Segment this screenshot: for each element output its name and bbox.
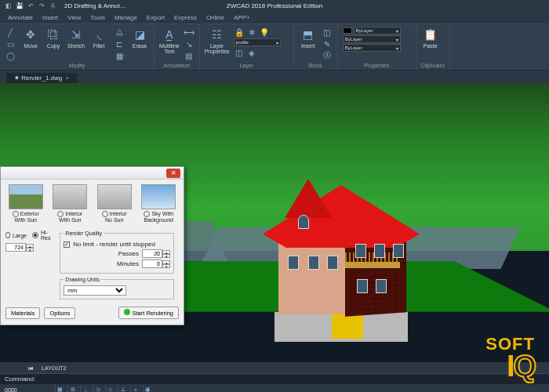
drawing-units-group: Drawing Units mm [60, 277, 174, 299]
rect-icon[interactable]: ▭ [5, 38, 16, 49]
command-line[interactable]: Command: [0, 373, 549, 384]
erase-button[interactable]: ◪Erase [130, 27, 149, 49]
layout-nav-first-icon[interactable]: ⏮ [28, 365, 34, 371]
linetype-combo[interactable]: ByLayer▾ [343, 44, 401, 52]
copy-button[interactable]: ⿻Copy [44, 27, 63, 49]
table-icon[interactable]: ▤ [184, 50, 195, 61]
size-input[interactable] [5, 243, 26, 252]
preset-exterior-sun[interactable]: Exterior With Sun [7, 184, 45, 223]
spin-down-icon[interactable]: ▾ [26, 248, 34, 252]
dialog-button-row: Materials Options Start Rendering [1, 303, 184, 325]
offset-icon[interactable]: ⊏ [114, 38, 125, 49]
layermatch-icon[interactable]: ◈ [246, 47, 257, 58]
polar-toggle-icon[interactable]: ◷ [93, 385, 102, 392]
layer-combo[interactable]: profile▾ [234, 38, 281, 46]
ribbon-group-annotation: A̲Multiline Text ⟷ ↘ ▤ Annotation [155, 24, 200, 70]
chevron-down-icon: ▾ [396, 28, 398, 34]
ortho-toggle-icon[interactable]: ⟂ [80, 385, 89, 392]
edit-block-icon[interactable]: ✎ [322, 38, 333, 49]
size-spinner[interactable]: ▴▾ [5, 243, 34, 252]
osnap-toggle-icon[interactable]: ◇ [105, 385, 115, 392]
chevron-down-icon: ▾ [396, 45, 398, 51]
menu-tools[interactable]: Tools [90, 14, 105, 21]
minutes-spinner[interactable]: ▴▾ [142, 260, 170, 268]
redo-icon[interactable]: ↷ [38, 2, 45, 9]
snap-toggle-icon[interactable]: ▦ [55, 385, 64, 392]
freeze-icon[interactable]: ❄ [246, 27, 257, 38]
fillet-button[interactable]: ◟Fillet [89, 27, 108, 49]
materials-button[interactable]: Materials [5, 307, 40, 319]
passes-spinner[interactable]: ▴▾ [142, 249, 170, 258]
menu-annotate[interactable]: Annotate [8, 14, 33, 21]
otrack-toggle-icon[interactable]: ∠ [118, 385, 127, 392]
spin-down-icon[interactable]: ▾ [162, 254, 170, 258]
fillet-icon: ◟ [91, 27, 107, 42]
grid-toggle-icon[interactable]: ⊞ [67, 385, 77, 392]
preset-interior-nosun[interactable]: Interior No Sun [96, 184, 133, 223]
document-tab[interactable]: ✷ Render_1.dwg × [6, 73, 77, 83]
create-block-icon[interactable]: ◫ [322, 27, 333, 38]
units-select[interactable]: mm [64, 285, 126, 296]
close-doc-icon[interactable]: × [65, 74, 69, 82]
thumbnail-image [141, 184, 176, 209]
options-button[interactable]: Options [44, 307, 75, 319]
menu-insert[interactable]: Insert [42, 14, 58, 21]
dialog-close-button[interactable]: ✕ [166, 169, 180, 178]
circle-icon[interactable]: ◯ [5, 50, 16, 61]
checkbox-icon: ✓ [64, 241, 70, 248]
undo-icon[interactable]: ↶ [27, 2, 35, 9]
radio-icon [102, 211, 108, 217]
status-bar: 0000 ▦ ⊞ ⟂ ◷ ◇ ∠ ≡ ▣ [0, 384, 549, 392]
layer-properties-button[interactable]: ☷Layer Properties [205, 27, 230, 54]
menu-express[interactable]: Express [174, 14, 197, 21]
attr-icon[interactable]: Ⓐ [322, 50, 333, 61]
erase-icon: ◪ [132, 27, 147, 42]
viewport-3d[interactable]: ✕ Exterior With Sun Interior With Sun In… [0, 83, 549, 362]
preset-interior-sun[interactable]: Interior With Sun [51, 184, 89, 223]
menu-app-plus[interactable]: APP+ [234, 14, 250, 21]
save-icon[interactable]: 💾 [16, 2, 24, 9]
line-icon[interactable]: ╱ [5, 27, 16, 38]
radio-icon [32, 232, 38, 238]
layeriso-icon[interactable]: ◫ [234, 47, 245, 58]
size-large-radio[interactable]: LargeHi-Res [5, 230, 52, 241]
stretch-button[interactable]: ⇲Stretch [67, 27, 85, 49]
mtext-button[interactable]: A̲Multiline Text [159, 27, 180, 54]
array-icon[interactable]: ▦ [114, 50, 125, 61]
passes-input[interactable] [142, 249, 162, 258]
app-menu-icon[interactable]: ◧ [5, 2, 13, 9]
preset-sky-bg[interactable]: Sky With Background [140, 184, 177, 223]
minutes-input[interactable] [142, 260, 162, 268]
model-toggle-icon[interactable]: ▣ [143, 385, 152, 392]
nolimit-checkbox[interactable]: ✓No limit - render until stopped [64, 241, 170, 248]
layers-icon: ☷ [209, 27, 225, 42]
thumbnail-image [9, 184, 43, 209]
group-label-properties: Properties [343, 63, 411, 68]
dialog-titlebar[interactable]: ✕ [1, 167, 184, 180]
radio-icon [13, 211, 19, 217]
menu-view[interactable]: View [67, 14, 81, 21]
ribbon: ╱ ▭ ◯ ✥Move ⿻Copy ⇲Stretch ◟Fillet ⧋ ⊏ ▦… [0, 24, 549, 71]
workspace-switcher[interactable]: 2D Drafting & Annot… [64, 2, 126, 9]
menu-manage[interactable]: Manage [115, 14, 137, 21]
lock-icon[interactable]: 🔒 [234, 27, 245, 38]
thumbnail-image [97, 184, 132, 209]
layout-tab[interactable]: LAYOUT2 [42, 365, 66, 371]
chevron-down-icon: ▾ [276, 40, 278, 45]
spin-down-icon[interactable]: ▾ [162, 264, 170, 268]
leader-icon[interactable]: ↘ [184, 38, 195, 49]
menu-export[interactable]: Export [147, 14, 165, 21]
mirror-icon[interactable]: ⧋ [114, 27, 125, 38]
insert-block-button[interactable]: ⬒Insert [299, 27, 318, 49]
paste-button[interactable]: 📋Paste [421, 27, 440, 49]
plot-icon[interactable]: ⎙ [49, 2, 56, 9]
color-combo[interactable]: ByLayer▾ [354, 27, 401, 34]
start-rendering-button[interactable]: Start Rendering [118, 307, 179, 319]
lwt-toggle-icon[interactable]: ≡ [130, 385, 140, 392]
move-button[interactable]: ✥Move [21, 27, 40, 49]
lineweight-combo[interactable]: ByLayer▾ [343, 35, 401, 43]
color-swatch[interactable] [343, 27, 352, 34]
off-icon[interactable]: 💡 [259, 27, 270, 38]
menu-online[interactable]: Online [206, 14, 224, 21]
dim-icon[interactable]: ⟷ [184, 27, 195, 38]
